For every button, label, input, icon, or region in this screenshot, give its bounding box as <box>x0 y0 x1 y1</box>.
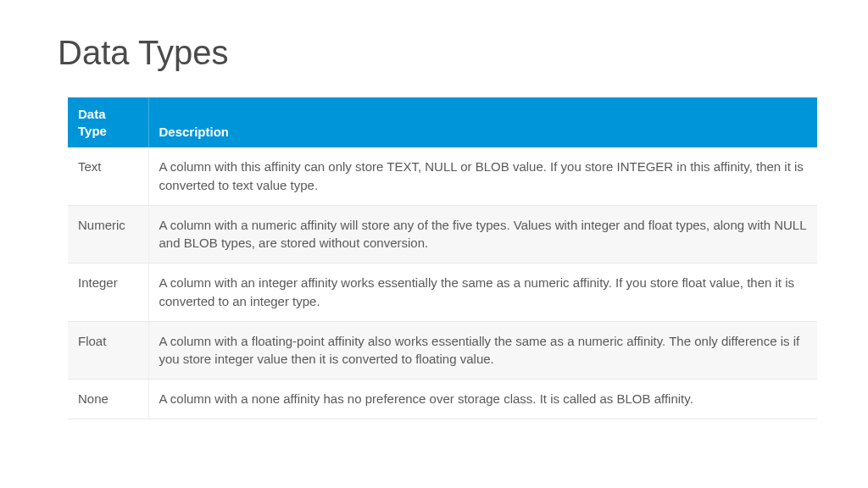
cell-type: Text <box>68 147 148 205</box>
cell-description: A column with a none affinity has no pre… <box>148 380 817 419</box>
page-title: Data Types <box>58 34 817 72</box>
table-row: Numeric A column with a numeric affinity… <box>68 205 817 263</box>
table-row: Float A column with a floating-point aff… <box>68 321 817 380</box>
cell-type: Numeric <box>68 205 148 263</box>
table-row: Integer A column with an integer affinit… <box>68 263 817 322</box>
data-types-table: Data Type Description Text A column with… <box>68 97 817 419</box>
cell-description: A column with an integer affinity works … <box>148 263 817 322</box>
cell-type: Float <box>68 321 148 380</box>
table-row: Text A column with this affinity can onl… <box>68 147 817 205</box>
table-header-row: Data Type Description <box>68 97 817 147</box>
cell-description: A column with a numeric affinity will st… <box>148 205 817 263</box>
table-row: None A column with a none affinity has n… <box>68 380 817 419</box>
cell-description: A column with this affinity can only sto… <box>148 147 817 205</box>
cell-description: A column with a floating-point affinity … <box>148 321 817 380</box>
header-description: Description <box>148 97 817 147</box>
header-data-type: Data Type <box>68 97 148 147</box>
cell-type: Integer <box>68 263 148 322</box>
cell-type: None <box>68 380 148 419</box>
